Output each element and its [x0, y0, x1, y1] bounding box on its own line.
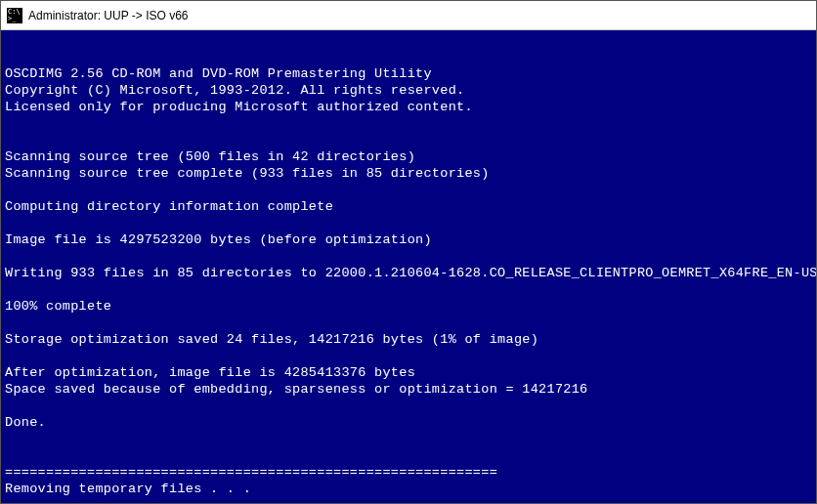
console-line	[5, 398, 812, 414]
console-line: Storage optimization saved 24 files, 142…	[5, 331, 812, 348]
console-line: Computing directory information complete	[5, 198, 812, 215]
console-line	[5, 315, 812, 331]
console-line	[5, 348, 812, 364]
console-line	[5, 248, 812, 265]
console-line: OSCDIMG 2.56 CD-ROM and DVD-ROM Premaste…	[5, 65, 812, 82]
window-titlebar[interactable]: Administrator: UUP -> ISO v66	[1, 1, 816, 30]
console-line	[5, 115, 812, 132]
console-line: Writing 933 files in 85 directories to 2…	[5, 265, 812, 281]
console-output[interactable]: OSCDIMG 2.56 CD-ROM and DVD-ROM Premaste…	[1, 30, 816, 503]
cmd-icon	[7, 8, 22, 23]
console-line	[5, 215, 812, 231]
console-line: Removing temporary files . . .	[5, 481, 812, 497]
console-line: ========================================…	[5, 497, 812, 503]
console-line: 100% complete	[5, 298, 812, 315]
console-line	[5, 447, 812, 464]
console-line	[5, 132, 812, 148]
window-title: Administrator: UUP -> ISO v66	[28, 9, 189, 22]
console-line	[5, 431, 812, 447]
console-line: Space saved because of embedding, sparse…	[5, 381, 812, 398]
console-line	[5, 281, 812, 298]
console-line: After optimization, image file is 428541…	[5, 364, 812, 381]
console-line: ========================================…	[5, 464, 812, 481]
console-line: Image file is 4297523200 bytes (before o…	[5, 231, 812, 248]
console-line: Scanning source tree complete (933 files…	[5, 165, 812, 182]
console-line: Scanning source tree (500 files in 42 di…	[5, 148, 812, 165]
console-line: Done.	[5, 414, 812, 431]
console-line: Copyright (C) Microsoft, 1993-2012. All …	[5, 82, 812, 99]
console-line: Licensed only for producing Microsoft au…	[5, 99, 812, 115]
console-line	[5, 182, 812, 198]
